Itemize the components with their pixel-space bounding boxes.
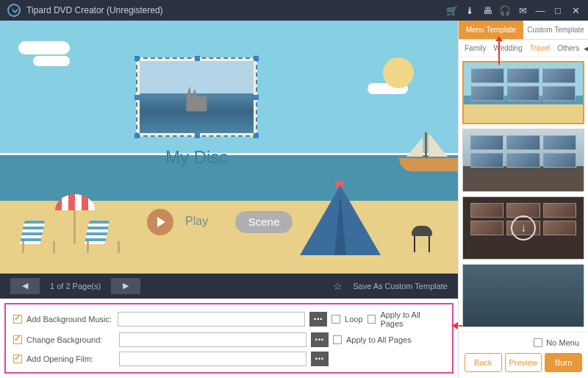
boat-icon: [399, 142, 458, 171]
page-indicator: 1 of 2 Page(s): [50, 282, 101, 290]
maximize-icon[interactable]: □: [553, 5, 563, 15]
prev-page-button[interactable]: ◀: [10, 278, 40, 294]
bottom-actions: No Menu Back Preview Burn: [459, 332, 588, 378]
cat-travel[interactable]: Travel: [527, 43, 553, 54]
titlebar: Tipard DVD Creator (Unregistered) 🛒 🌡 🖶 …: [0, 0, 588, 21]
cat-others[interactable]: Others: [554, 43, 582, 54]
change-bg-input[interactable]: [119, 332, 306, 347]
template-list[interactable]: ↓: [459, 57, 588, 332]
play-label[interactable]: Play: [185, 215, 208, 228]
apply-all-music-label: Apply to All Pages: [380, 310, 445, 328]
change-bg-label: Change Background:: [26, 335, 115, 344]
loop-label: Loop: [345, 315, 362, 324]
mail-icon[interactable]: ✉: [517, 5, 528, 15]
bg-music-row: Add Background Music: ••• Loop Apply to …: [13, 310, 445, 328]
download-icon[interactable]: ↓: [511, 215, 536, 240]
change-bg-row: Change Background: ••• Apply to All Page…: [13, 332, 445, 347]
cloud-icon: [33, 56, 70, 66]
category-tabs: Family Wedding Travel Others ◀ ▶: [459, 40, 588, 57]
bg-music-input[interactable]: [118, 312, 305, 327]
pager-bar: ◀ 1 of 2 Page(s) ▶ ☆ Save As Custom Temp…: [0, 274, 458, 299]
template-type-tabs: Menu Template Custom Template: [459, 21, 588, 40]
annotation-arrow-icon: [498, 41, 500, 65]
tab-custom-template[interactable]: Custom Template: [523, 21, 588, 39]
apply-all-bg-checkbox[interactable]: [333, 335, 342, 344]
change-bg-checkbox[interactable]: [13, 335, 22, 344]
opening-film-input[interactable]: [119, 352, 306, 366]
template-item[interactable]: [462, 61, 584, 124]
titlebar-actions: 🛒 🌡 🖶 🎧 ✉ — □ ✕: [447, 5, 581, 15]
cart-icon[interactable]: 🛒: [447, 5, 457, 15]
template-item[interactable]: [462, 264, 584, 327]
star-icon[interactable]: ☆: [333, 280, 343, 292]
loop-checkbox[interactable]: [331, 315, 340, 324]
key-icon[interactable]: 🌡: [465, 5, 475, 15]
action-buttons: Back Preview Burn: [465, 353, 582, 372]
apply-all-music-checkbox[interactable]: [368, 315, 376, 324]
back-button[interactable]: Back: [465, 353, 502, 372]
app-title: Tipard DVD Creator (Unregistered): [26, 5, 447, 15]
cat-prev-icon[interactable]: ◀: [584, 44, 588, 53]
tent-icon: [300, 185, 381, 255]
main: My Disc Play Scene ◀ 1 of 2 Page(s) ▶ ☆ …: [0, 21, 588, 378]
app-logo-icon: [7, 4, 21, 17]
change-bg-browse-button[interactable]: •••: [311, 332, 329, 347]
burn-button[interactable]: Burn: [545, 353, 582, 372]
apply-all-bg-label: Apply to All Pages: [346, 335, 412, 344]
save-template-link[interactable]: Save As Custom Template: [353, 282, 448, 290]
headset-icon[interactable]: 🎧: [500, 5, 510, 15]
menu-preview: My Disc Play Scene: [0, 21, 458, 274]
chair-icon: [87, 221, 107, 244]
template-item[interactable]: ↓: [462, 196, 584, 260]
opening-film-label: Add Opening Film:: [26, 354, 115, 363]
umbrella-icon: [55, 200, 76, 244]
close-icon[interactable]: ✕: [570, 5, 581, 15]
template-item[interactable]: [462, 129, 584, 192]
opening-film-checkbox[interactable]: [13, 354, 22, 363]
no-menu-label: No Menu: [546, 338, 579, 347]
cloud-icon: [18, 41, 70, 54]
video-thumbnail-frame[interactable]: [136, 57, 257, 137]
right-pane: Menu Template Custom Template Family Wed…: [458, 21, 588, 378]
print-icon[interactable]: 🖶: [482, 5, 492, 15]
opening-film-browse-button[interactable]: •••: [311, 352, 329, 366]
cat-family[interactable]: Family: [462, 43, 489, 54]
video-thumbnail: [140, 61, 254, 133]
chair-icon: [22, 221, 43, 244]
tab-menu-template[interactable]: Menu Template: [459, 21, 523, 39]
cat-wedding[interactable]: Wedding: [490, 43, 525, 54]
no-menu-checkbox[interactable]: [534, 338, 542, 347]
options-panel: Add Background Music: ••• Loop Apply to …: [4, 303, 453, 374]
no-menu-row: No Menu: [465, 338, 582, 347]
bbq-icon: [412, 226, 432, 252]
minimize-icon[interactable]: —: [535, 5, 545, 15]
bg-music-checkbox[interactable]: [13, 315, 22, 324]
bg-music-label: Add Background Music:: [26, 315, 114, 324]
sun-icon: [383, 57, 414, 88]
disc-title[interactable]: My Disc: [165, 147, 228, 168]
bg-music-browse-button[interactable]: •••: [309, 312, 327, 327]
opening-film-row: Add Opening Film: •••: [13, 352, 445, 366]
preview-button[interactable]: Preview: [505, 353, 542, 372]
play-button[interactable]: [147, 209, 173, 235]
category-nav: ◀ ▶: [584, 44, 588, 53]
scene-button[interactable]: Scene: [235, 211, 293, 233]
next-page-button[interactable]: ▶: [111, 278, 140, 294]
left-pane: My Disc Play Scene ◀ 1 of 2 Page(s) ▶ ☆ …: [0, 21, 458, 378]
